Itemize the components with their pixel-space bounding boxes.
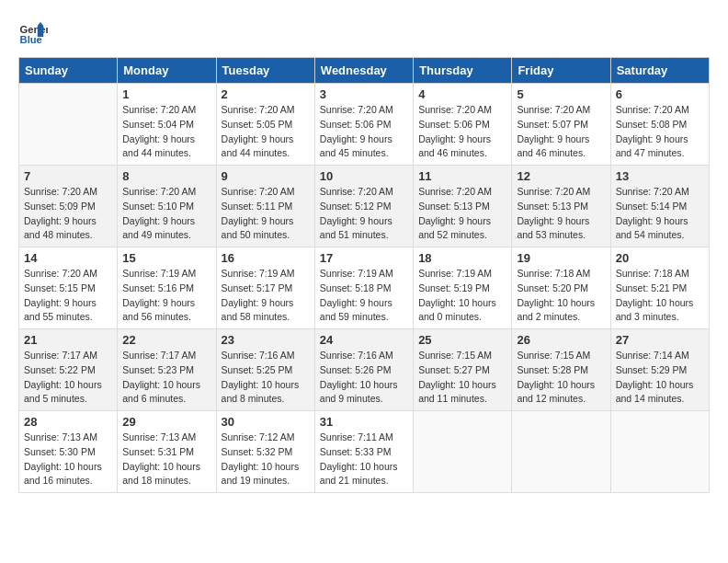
- day-number: 9: [222, 169, 310, 183]
- day-number: 3: [320, 87, 408, 101]
- day-info: Sunrise: 7:11 AMSunset: 5:33 PMDaylight:…: [320, 431, 408, 488]
- day-info: Sunrise: 7:20 AMSunset: 5:13 PMDaylight:…: [418, 185, 506, 243]
- day-number: 5: [517, 87, 605, 101]
- weekday-header-sunday: Sunday: [19, 58, 118, 84]
- day-number: 21: [24, 333, 112, 347]
- day-number: 19: [517, 251, 605, 265]
- day-number: 17: [320, 251, 408, 265]
- day-info: Sunrise: 7:20 AMSunset: 5:11 PMDaylight:…: [222, 185, 310, 243]
- weekday-header-thursday: Thursday: [414, 58, 512, 84]
- day-info: Sunrise: 7:20 AMSunset: 5:06 PMDaylight:…: [320, 103, 408, 161]
- day-number: 1: [122, 87, 210, 101]
- day-number: 23: [222, 333, 310, 347]
- day-info: Sunrise: 7:12 AMSunset: 5:32 PMDaylight:…: [222, 431, 310, 488]
- calendar-cell: 30Sunrise: 7:12 AMSunset: 5:32 PMDayligh…: [216, 411, 314, 493]
- page-header: General Blue: [18, 18, 710, 48]
- weekday-header-tuesday: Tuesday: [216, 58, 314, 84]
- day-info: Sunrise: 7:13 AMSunset: 5:31 PMDaylight:…: [122, 431, 210, 488]
- weekday-header-monday: Monday: [118, 58, 216, 84]
- day-number: 12: [517, 169, 605, 183]
- day-info: Sunrise: 7:20 AMSunset: 5:10 PMDaylight:…: [122, 185, 210, 243]
- day-info: Sunrise: 7:17 AMSunset: 5:23 PMDaylight:…: [122, 349, 210, 407]
- day-info: Sunrise: 7:20 AMSunset: 5:09 PMDaylight:…: [24, 185, 112, 243]
- day-info: Sunrise: 7:16 AMSunset: 5:26 PMDaylight:…: [320, 349, 408, 407]
- calendar-cell: 5Sunrise: 7:20 AMSunset: 5:07 PMDaylight…: [512, 84, 610, 166]
- calendar-cell: 9Sunrise: 7:20 AMSunset: 5:11 PMDaylight…: [216, 166, 314, 247]
- day-info: Sunrise: 7:13 AMSunset: 5:30 PMDaylight:…: [24, 431, 112, 488]
- calendar-cell: 29Sunrise: 7:13 AMSunset: 5:31 PMDayligh…: [118, 411, 216, 493]
- day-number: 20: [616, 251, 704, 265]
- day-number: 29: [122, 415, 210, 429]
- calendar-cell: 16Sunrise: 7:19 AMSunset: 5:17 PMDayligh…: [216, 247, 314, 329]
- calendar-cell: 10Sunrise: 7:20 AMSunset: 5:12 PMDayligh…: [314, 166, 413, 247]
- calendar-cell: [19, 84, 118, 166]
- calendar-cell: 6Sunrise: 7:20 AMSunset: 5:08 PMDaylight…: [610, 84, 709, 166]
- day-info: Sunrise: 7:15 AMSunset: 5:28 PMDaylight:…: [517, 349, 605, 407]
- day-number: 6: [616, 87, 704, 101]
- calendar-cell: [512, 411, 610, 493]
- calendar-cell: 22Sunrise: 7:17 AMSunset: 5:23 PMDayligh…: [118, 329, 216, 411]
- day-info: Sunrise: 7:18 AMSunset: 5:21 PMDaylight:…: [616, 267, 704, 325]
- day-info: Sunrise: 7:20 AMSunset: 5:13 PMDaylight:…: [517, 185, 605, 243]
- day-info: Sunrise: 7:20 AMSunset: 5:05 PMDaylight:…: [222, 103, 310, 161]
- day-number: 28: [24, 415, 112, 429]
- calendar-cell: 21Sunrise: 7:17 AMSunset: 5:22 PMDayligh…: [19, 329, 118, 411]
- week-row-3: 21Sunrise: 7:17 AMSunset: 5:22 PMDayligh…: [19, 329, 710, 411]
- day-number: 26: [517, 333, 605, 347]
- week-row-1: 7Sunrise: 7:20 AMSunset: 5:09 PMDaylight…: [19, 166, 710, 247]
- calendar-cell: 20Sunrise: 7:18 AMSunset: 5:21 PMDayligh…: [610, 247, 709, 329]
- day-info: Sunrise: 7:20 AMSunset: 5:15 PMDaylight:…: [24, 267, 112, 325]
- day-info: Sunrise: 7:17 AMSunset: 5:22 PMDaylight:…: [24, 349, 112, 407]
- calendar-table: SundayMondayTuesdayWednesdayThursdayFrid…: [18, 57, 710, 493]
- calendar-cell: 26Sunrise: 7:15 AMSunset: 5:28 PMDayligh…: [512, 329, 610, 411]
- day-number: 14: [24, 251, 112, 265]
- week-row-0: 1Sunrise: 7:20 AMSunset: 5:04 PMDaylight…: [19, 84, 710, 166]
- day-number: 7: [24, 169, 112, 183]
- day-number: 22: [122, 333, 210, 347]
- day-info: Sunrise: 7:20 AMSunset: 5:08 PMDaylight:…: [616, 103, 704, 161]
- calendar-cell: [414, 411, 512, 493]
- calendar-cell: 11Sunrise: 7:20 AMSunset: 5:13 PMDayligh…: [414, 166, 512, 247]
- day-info: Sunrise: 7:15 AMSunset: 5:27 PMDaylight:…: [418, 349, 506, 407]
- day-number: 18: [418, 251, 506, 265]
- logo: General Blue: [18, 18, 48, 48]
- day-info: Sunrise: 7:20 AMSunset: 5:07 PMDaylight:…: [517, 103, 605, 161]
- day-info: Sunrise: 7:18 AMSunset: 5:20 PMDaylight:…: [517, 267, 605, 325]
- calendar-cell: 1Sunrise: 7:20 AMSunset: 5:04 PMDaylight…: [118, 84, 216, 166]
- calendar-cell: [610, 411, 709, 493]
- day-info: Sunrise: 7:19 AMSunset: 5:18 PMDaylight:…: [320, 267, 408, 325]
- calendar-cell: 27Sunrise: 7:14 AMSunset: 5:29 PMDayligh…: [610, 329, 709, 411]
- calendar-cell: 3Sunrise: 7:20 AMSunset: 5:06 PMDaylight…: [314, 84, 413, 166]
- week-row-4: 28Sunrise: 7:13 AMSunset: 5:30 PMDayligh…: [19, 411, 710, 493]
- day-number: 8: [122, 169, 210, 183]
- calendar-cell: 18Sunrise: 7:19 AMSunset: 5:19 PMDayligh…: [414, 247, 512, 329]
- day-info: Sunrise: 7:20 AMSunset: 5:06 PMDaylight:…: [418, 103, 506, 161]
- day-info: Sunrise: 7:20 AMSunset: 5:04 PMDaylight:…: [122, 103, 210, 161]
- day-info: Sunrise: 7:20 AMSunset: 5:12 PMDaylight:…: [320, 185, 408, 243]
- day-info: Sunrise: 7:16 AMSunset: 5:25 PMDaylight:…: [222, 349, 310, 407]
- logo-icon: General Blue: [18, 18, 48, 48]
- calendar-cell: 19Sunrise: 7:18 AMSunset: 5:20 PMDayligh…: [512, 247, 610, 329]
- day-number: 31: [320, 415, 408, 429]
- calendar-cell: 13Sunrise: 7:20 AMSunset: 5:14 PMDayligh…: [610, 166, 709, 247]
- calendar-cell: 28Sunrise: 7:13 AMSunset: 5:30 PMDayligh…: [19, 411, 118, 493]
- day-info: Sunrise: 7:20 AMSunset: 5:14 PMDaylight:…: [616, 185, 704, 243]
- day-info: Sunrise: 7:14 AMSunset: 5:29 PMDaylight:…: [616, 349, 704, 407]
- day-number: 13: [616, 169, 704, 183]
- calendar-cell: 17Sunrise: 7:19 AMSunset: 5:18 PMDayligh…: [314, 247, 413, 329]
- day-number: 30: [222, 415, 310, 429]
- day-info: Sunrise: 7:19 AMSunset: 5:19 PMDaylight:…: [418, 267, 506, 325]
- calendar-cell: 23Sunrise: 7:16 AMSunset: 5:25 PMDayligh…: [216, 329, 314, 411]
- day-number: 25: [418, 333, 506, 347]
- day-number: 11: [418, 169, 506, 183]
- day-number: 2: [222, 87, 310, 101]
- calendar-cell: 15Sunrise: 7:19 AMSunset: 5:16 PMDayligh…: [118, 247, 216, 329]
- weekday-header-friday: Friday: [512, 58, 610, 84]
- day-number: 10: [320, 169, 408, 183]
- day-number: 24: [320, 333, 408, 347]
- calendar-cell: 7Sunrise: 7:20 AMSunset: 5:09 PMDaylight…: [19, 166, 118, 247]
- calendar-cell: 24Sunrise: 7:16 AMSunset: 5:26 PMDayligh…: [314, 329, 413, 411]
- day-info: Sunrise: 7:19 AMSunset: 5:17 PMDaylight:…: [222, 267, 310, 325]
- svg-text:General: General: [20, 24, 48, 35]
- day-number: 16: [222, 251, 310, 265]
